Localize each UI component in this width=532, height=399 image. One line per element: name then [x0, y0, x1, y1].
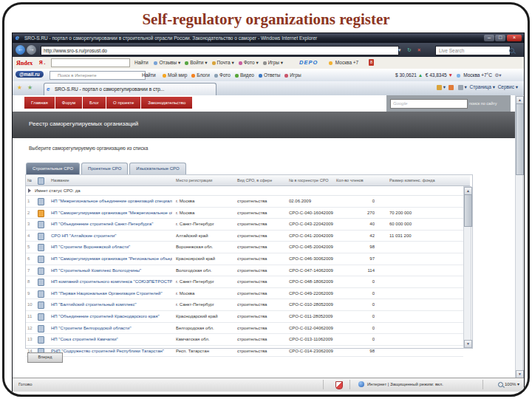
- next-page-button[interactable]: Вперед: [27, 352, 63, 363]
- sro-tab-2[interactable]: Проектные СРО: [81, 163, 128, 174]
- gear-icon[interactable]: ⚙▾: [495, 72, 502, 78]
- org-name-link[interactable]: НП "Объединение строителей Краснодарског…: [51, 314, 172, 318]
- menu-item-1[interactable]: Главная: [24, 97, 55, 109]
- column-header-2[interactable]: Название: [51, 178, 69, 183]
- sro-tab-3[interactable]: Изыскательные СРО: [129, 163, 185, 174]
- browser-tab[interactable]: e SRO-S.RU - портал о саморегулировании …: [44, 83, 216, 95]
- address-dropdown-icon[interactable]: ▾: [398, 46, 401, 54]
- mailru-link[interactable]: Видео: [235, 72, 254, 78]
- mailru-find-button[interactable]: Найти: [142, 72, 156, 78]
- mailru-logo[interactable]: @mail.ru: [16, 71, 44, 78]
- table-group-row[interactable]: Имеет статус СРО: да: [26, 186, 470, 196]
- org-name-link[interactable]: НП "Саморегулируемая организация "Межрег…: [51, 211, 172, 215]
- close-button[interactable]: ×: [507, 35, 522, 41]
- table-row[interactable]: 4СРО НП "Алтайские строители"Алтайский к…: [26, 231, 463, 242]
- maximize-button[interactable]: □: [495, 35, 505, 41]
- menu-item-3[interactable]: Блог: [83, 97, 106, 109]
- yandex-search-input[interactable]: [51, 58, 130, 67]
- org-name-link[interactable]: НП "Межрегиональное объединение организа…: [51, 199, 172, 203]
- zoom-control[interactable]: 100% ▾: [498, 381, 519, 387]
- table-row[interactable]: 14РНП "Содружество строителей Республики…: [26, 346, 463, 358]
- page-scroll-down-icon[interactable]: ▼: [516, 370, 524, 378]
- org-name-link[interactable]: НП "Саморегулируемая организация "Регион…: [51, 256, 172, 261]
- yandex-logo[interactable]: Яndex: [16, 60, 33, 66]
- table-row[interactable]: 11НП "Объединение строителей Краснодарск…: [26, 311, 463, 323]
- org-name-link[interactable]: НП "Союз строителей Камчатки": [51, 337, 172, 341]
- table-row[interactable]: 6НП "Саморегулируемая организация "Регио…: [26, 253, 463, 265]
- tools-menu-arrow[interactable]: ▾: [516, 84, 518, 89]
- table-row[interactable]: 13НП "Союз строителей Камчатки"Камчатска…: [26, 334, 463, 346]
- mailru-link[interactable]: Игры: [284, 72, 301, 78]
- column-header-6[interactable]: Кол-во членов: [336, 178, 364, 183]
- menu-item-4[interactable]: О проекте: [106, 97, 140, 109]
- yandex-link[interactable]: Войти ▾: [185, 60, 207, 66]
- back-button[interactable]: ←: [16, 45, 25, 55]
- mailru-link[interactable]: Ответы: [259, 72, 280, 78]
- list-scrollbar[interactable]: ▲ ▼: [463, 186, 471, 349]
- page-scrollbar[interactable]: ▲ ▼: [515, 95, 523, 378]
- print-dropdown[interactable]: ▾: [465, 84, 467, 89]
- org-name-link[interactable]: РНП "Содружество строителей Республики Т…: [51, 349, 172, 353]
- yandex-find-button[interactable]: Найти: [134, 60, 149, 65]
- menu-item-5[interactable]: Законодательство: [141, 97, 192, 109]
- menu-item-2[interactable]: Форум: [55, 97, 82, 109]
- mailru-link[interactable]: Блоги: [191, 72, 210, 78]
- list-scroll-thumb[interactable]: [464, 194, 472, 227]
- sro-tab-1[interactable]: Строительные СРО: [26, 163, 80, 174]
- minimize-button[interactable]: –: [484, 35, 494, 41]
- table-row[interactable]: 1НП "Межрегиональное объединение организ…: [26, 196, 463, 208]
- table-row[interactable]: 9НП "Первая Национальная Организация Стр…: [26, 288, 463, 300]
- depo-logo[interactable]: DEPO: [299, 59, 318, 66]
- org-name-link[interactable]: НП "Объединение строителей Санкт-Петербу…: [51, 222, 172, 226]
- search-magnifier-icon[interactable]: [509, 46, 514, 54]
- org-name-link[interactable]: СРО НП "Алтайские строители": [51, 233, 172, 238]
- table-row[interactable]: 8НП компаний строительного комплекса "СО…: [26, 276, 463, 288]
- phishing-shield-icon[interactable]: [335, 381, 343, 389]
- column-header-1[interactable]: №: [27, 178, 32, 183]
- column-header-5[interactable]: № в госреестре СРО: [289, 178, 328, 183]
- org-name-link[interactable]: НП "Строители Воронежской области": [51, 245, 172, 249]
- address-input[interactable]: http://www.sro-s.ru/prosust.do: [41, 46, 399, 55]
- mailru-link[interactable]: Мой мир: [163, 72, 187, 78]
- page-menu[interactable]: Страница: [469, 84, 491, 89]
- feeds-icon[interactable]: [449, 85, 454, 90]
- table-row[interactable]: 12НП "Строители Белгородской области"Бел…: [26, 323, 463, 335]
- yandex-link[interactable]: Отзывы ▾: [154, 60, 180, 66]
- favorites-star-icon[interactable]: ★: [17, 84, 22, 91]
- org-name-link[interactable]: НП "Первая Национальная Организация Стро…: [51, 291, 172, 296]
- stop-icon[interactable]: ×: [417, 46, 420, 54]
- org-name-link[interactable]: НП "Строители Белгородской области": [51, 326, 172, 330]
- yandex-link[interactable]: Фото ▾: [239, 60, 259, 66]
- refresh-icon[interactable]: ↻: [407, 46, 412, 54]
- search-input[interactable]: Live Search: [435, 46, 511, 55]
- table-row[interactable]: 10НП "Балтийский строительный комплекс"г…: [26, 299, 463, 311]
- add-favorite-icon[interactable]: ★: [27, 84, 33, 91]
- page-scroll-thumb[interactable]: [516, 103, 524, 175]
- forward-button[interactable]: →: [27, 45, 36, 55]
- page-title: Реестр саморегулируемых организаций: [29, 120, 138, 127]
- home-icon[interactable]: [437, 85, 442, 90]
- column-header-4[interactable]: Вид СРО, в сфере: [237, 178, 272, 183]
- table-row[interactable]: 7НП "Строительный Комплекс Вологодчины"В…: [26, 265, 463, 277]
- column-header-3[interactable]: Место регистрации: [176, 178, 212, 183]
- mailru-search-input[interactable]: Поиск в Интернете: [50, 71, 146, 80]
- org-name-link[interactable]: НП "Балтийский строительный комплекс": [51, 302, 172, 307]
- site-search-input[interactable]: Google: [390, 99, 468, 109]
- mailru-link[interactable]: Фото: [214, 72, 231, 78]
- org-name-link[interactable]: НП "Строительный Комплекс Вологодчины": [51, 268, 172, 273]
- column-header-7[interactable]: Размер компенс. фонда: [389, 178, 435, 183]
- page-menu-arrow[interactable]: ▾: [493, 84, 495, 89]
- yandex-link[interactable]: Игры ▾: [263, 60, 283, 66]
- table-row[interactable]: 2НП "Саморегулируемая организация "Межре…: [26, 208, 463, 219]
- org-name-link[interactable]: НП компаний строительного комплекса "СОЮ…: [51, 279, 172, 284]
- table-row[interactable]: 5НП "Строители Воронежской области"Ворон…: [26, 242, 463, 253]
- collapse-triangle-icon[interactable]: [28, 188, 31, 193]
- tools-menu[interactable]: Сервис: [498, 84, 514, 89]
- sort-icon[interactable]: [38, 177, 44, 185]
- home-dropdown[interactable]: ▾: [443, 84, 446, 89]
- yandex-profile[interactable]: Я .: [39, 60, 45, 65]
- print-icon[interactable]: [458, 85, 463, 90]
- table-row[interactable]: 3НП "Объединение строителей Санкт-Петерб…: [26, 219, 463, 231]
- yandex-link[interactable]: Почта ▾: [212, 60, 234, 66]
- list-scroll-down-icon[interactable]: ▼: [464, 340, 472, 348]
